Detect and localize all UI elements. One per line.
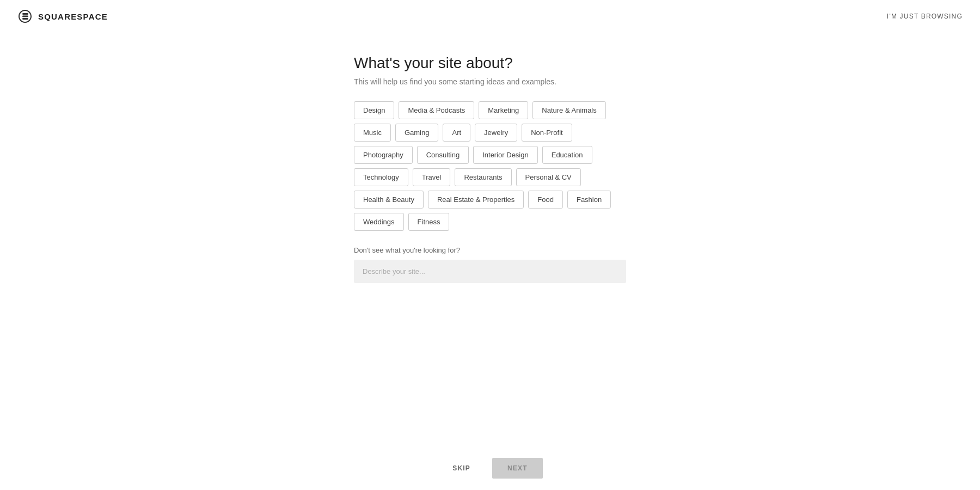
tag-non-profit[interactable]: Non-Profit <box>522 124 572 142</box>
logo: SQUARESPACE <box>17 9 108 24</box>
tag-fashion[interactable]: Fashion <box>567 191 611 209</box>
tag-education[interactable]: Education <box>542 146 592 164</box>
tag-music[interactable]: Music <box>354 124 391 142</box>
tag-personal-cv[interactable]: Personal & CV <box>516 168 581 186</box>
tag-food[interactable]: Food <box>528 191 563 209</box>
main-content: What's your site about? This will help u… <box>0 33 980 446</box>
squarespace-logo-icon <box>17 9 33 24</box>
tag-consulting[interactable]: Consulting <box>417 146 469 164</box>
just-browsing-link[interactable]: I'M JUST BROWSING <box>887 13 963 20</box>
tag-fitness[interactable]: Fitness <box>408 213 450 231</box>
tag-nature-animals[interactable]: Nature & Animals <box>532 101 605 119</box>
tag-gaming[interactable]: Gaming <box>395 124 439 142</box>
tag-design[interactable]: Design <box>354 101 394 119</box>
logo-text: SQUARESPACE <box>38 12 108 21</box>
skip-button[interactable]: SKIP <box>437 458 486 479</box>
header: SQUARESPACE I'M JUST BROWSING <box>0 0 980 33</box>
tag-travel[interactable]: Travel <box>413 168 451 186</box>
tag-weddings[interactable]: Weddings <box>354 213 404 231</box>
tag-photography[interactable]: Photography <box>354 146 413 164</box>
tag-restaurants[interactable]: Restaurants <box>455 168 511 186</box>
tag-health-beauty[interactable]: Health & Beauty <box>354 191 424 209</box>
content-wrapper: What's your site about? This will help u… <box>354 54 626 283</box>
tag-technology[interactable]: Technology <box>354 168 408 186</box>
next-button[interactable]: NEXT <box>492 458 543 479</box>
describe-input[interactable] <box>354 260 626 283</box>
tag-marketing[interactable]: Marketing <box>479 101 528 119</box>
tag-interior-design[interactable]: Interior Design <box>473 146 538 164</box>
page-title: What's your site about? <box>354 54 626 72</box>
footer: SKIP NEXT <box>0 446 980 490</box>
tag-media-podcasts[interactable]: Media & Podcasts <box>399 101 474 119</box>
tag-art[interactable]: Art <box>443 124 470 142</box>
tag-jewelry[interactable]: Jewelry <box>475 124 517 142</box>
describe-label: Don't see what you're looking for? <box>354 246 626 254</box>
tag-real-estate[interactable]: Real Estate & Properties <box>428 191 524 209</box>
tags-container: DesignMedia & PodcastsMarketingNature & … <box>354 101 626 231</box>
page-subtitle: This will help us find you some starting… <box>354 77 626 86</box>
